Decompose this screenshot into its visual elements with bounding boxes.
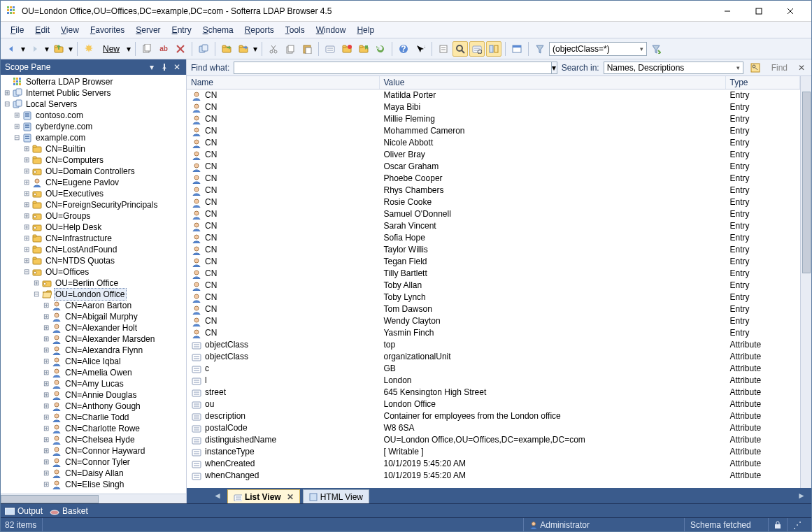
menu-schema[interactable]: Schema: [197, 24, 239, 36]
forward-button[interactable]: [27, 41, 43, 57]
seek-button[interactable]: [436, 41, 451, 57]
close-button[interactable]: [774, 1, 806, 21]
list-row[interactable]: CNOscar GrahamEntry: [187, 161, 800, 173]
list-row[interactable]: CNSamuel O'DonnellEntry: [187, 208, 800, 220]
list-row[interactable]: lLondonAttribute: [187, 375, 800, 387]
new-button[interactable]: New: [98, 41, 124, 57]
list-row[interactable]: CNYasmin FinchEntry: [187, 327, 800, 339]
list-row[interactable]: CNTegan FieldEntry: [187, 256, 800, 268]
basket-panel-button[interactable]: Basket: [50, 506, 88, 516]
list-row[interactable]: descriptionContainer for employees from …: [187, 410, 800, 422]
help-button[interactable]: ?: [396, 41, 411, 57]
col-value[interactable]: Value: [379, 76, 725, 89]
filter-combo[interactable]: (objectClass=*): [549, 42, 647, 56]
minimize-button[interactable]: [711, 1, 743, 21]
tree-node[interactable]: ⊞CN=Connor Tyler: [2, 456, 185, 468]
tree-node[interactable]: ⊞CN=Charlie Todd: [2, 412, 185, 423]
filter-abc-button[interactable]: ab: [156, 41, 171, 57]
expander-icon[interactable]: ⊞: [41, 378, 51, 389]
expander-icon[interactable]: ⊞: [41, 412, 51, 423]
list-row[interactable]: CNMohammed CameronEntry: [187, 125, 800, 137]
expander-icon[interactable]: ⊞: [31, 278, 41, 289]
expander-icon[interactable]: ⊞: [41, 479, 51, 490]
expander-icon[interactable]: ⊞: [41, 345, 51, 356]
tree-node[interactable]: ⊟example.com: [2, 132, 185, 143]
list-row[interactable]: CNMaya BibiEntry: [187, 101, 800, 113]
expander-icon[interactable]: ⊞: [41, 300, 51, 311]
list-view[interactable]: Name Value Type CNMatilda PorterEntryCNM…: [187, 76, 800, 488]
expander-icon[interactable]: ⊞: [22, 154, 31, 166]
list-row[interactable]: whenCreated10/1/2019 5:45:20 AMAttribute: [187, 458, 800, 470]
paste-button[interactable]: [299, 41, 315, 57]
tree-node[interactable]: ⊞CN=Infrastructure: [2, 233, 185, 244]
tree-node[interactable]: ⊟OU=Offices: [2, 266, 185, 278]
expander-icon[interactable]: ⊞: [41, 311, 51, 322]
expander-icon[interactable]: ⊞: [22, 199, 31, 210]
expander-icon[interactable]: ⊞: [41, 367, 51, 378]
tree-node[interactable]: ⊞CN=Amelia Owen: [2, 367, 185, 378]
expander-icon[interactable]: ⊞: [41, 322, 51, 333]
dropdown-icon[interactable]: ▾: [147, 62, 157, 72]
expander-icon[interactable]: ⊞: [22, 143, 31, 154]
list-row[interactable]: CNToby LynchEntry: [187, 292, 800, 303]
list-row[interactable]: cGBAttribute: [187, 363, 800, 375]
new-icon[interactable]: [81, 41, 97, 57]
resize-grip[interactable]: ⋰: [787, 518, 807, 531]
list-row[interactable]: CNOliver BrayEntry: [187, 149, 800, 161]
copy-entry-button[interactable]: [139, 41, 155, 57]
tree-node[interactable]: ⊞CN=Elise Singh: [2, 479, 185, 490]
tree-node[interactable]: ⊞CN=Daisy Allan: [2, 468, 185, 479]
refresh-button[interactable]: [373, 41, 388, 57]
menu-view[interactable]: View: [55, 24, 85, 36]
expander-icon[interactable]: ⊞: [22, 222, 31, 233]
tree-node[interactable]: ⊞OU=Executives: [2, 188, 185, 199]
tree-node[interactable]: ⊞CN=Chelsea Hyde: [2, 434, 185, 445]
tree[interactable]: Softerra LDAP Browser⊞Internet Public Se…: [1, 75, 186, 494]
refresh-folder-button[interactable]: [339, 41, 355, 57]
expander-icon[interactable]: ⊞: [41, 434, 51, 445]
list-row[interactable]: CNSofia HopeEntry: [187, 232, 800, 244]
expander-icon[interactable]: ⊞: [41, 356, 51, 367]
tree-hscroll[interactable]: [1, 494, 186, 503]
menu-edit[interactable]: Edit: [29, 24, 55, 36]
tree-node[interactable]: ⊞CN=Alexander Marsden: [2, 333, 185, 345]
tab-scroll-right[interactable]: ►: [792, 491, 811, 501]
tree-node[interactable]: ⊞contoso.com: [2, 110, 185, 121]
up-button[interactable]: [51, 41, 66, 57]
list-row[interactable]: street645 Kensington High StreetAttribut…: [187, 387, 800, 398]
find-input[interactable]: [234, 62, 551, 74]
list-row[interactable]: CNMatilda PorterEntry: [187, 89, 800, 101]
whatsthis-button[interactable]: ?: [413, 41, 428, 57]
findbar-close-icon[interactable]: ✕: [796, 63, 807, 73]
import-button[interactable]: [236, 41, 251, 57]
tree-node[interactable]: ⊞CN=Connor Hayward: [2, 445, 185, 456]
list-row[interactable]: CNToby AllanEntry: [187, 280, 800, 292]
tab-list-view[interactable]: List View✕: [227, 489, 300, 503]
tree-node[interactable]: ⊞cyberdyne.com: [2, 121, 185, 132]
list-row[interactable]: CNTom DawsonEntry: [187, 303, 800, 315]
expander-icon[interactable]: ⊞: [22, 177, 31, 188]
menu-file[interactable]: File: [5, 24, 29, 36]
menu-help[interactable]: Help: [351, 24, 380, 36]
expander-icon[interactable]: ⊟: [12, 132, 22, 143]
list-row[interactable]: instanceType[ Writable ]Attribute: [187, 446, 800, 458]
tab-close-icon[interactable]: ✕: [287, 492, 294, 502]
expander-icon[interactable]: ⊞: [12, 110, 22, 121]
tree-node[interactable]: ⊞CN=Aaron Barton: [2, 300, 185, 311]
list-row[interactable]: CNPhoebe CooperEntry: [187, 173, 800, 185]
list-row[interactable]: CNTaylor WillisEntry: [187, 244, 800, 256]
tree-node[interactable]: ⊞CN=Alexandra Flynn: [2, 345, 185, 356]
filter-go-button[interactable]: [648, 41, 664, 57]
expander-icon[interactable]: ⊞: [41, 389, 51, 401]
copy-button[interactable]: [283, 41, 298, 57]
expander-icon[interactable]: ⊞: [41, 423, 51, 434]
tree-node[interactable]: ⊞CN=Eugene Pavlov: [2, 177, 185, 188]
tree-node[interactable]: ⊞CN=Charlotte Rowe: [2, 423, 185, 434]
tree-node[interactable]: ⊞OU=Berlin Office: [2, 278, 185, 289]
output-panel-button[interactable]: Output: [5, 506, 43, 516]
list-row[interactable]: CNRosie CookeEntry: [187, 196, 800, 208]
back-button[interactable]: [3, 41, 19, 57]
tree-node[interactable]: ⊞OU=Groups: [2, 210, 185, 222]
searchin-combo[interactable]: Names, Descriptions: [604, 62, 743, 74]
menu-reports[interactable]: Reports: [239, 24, 280, 36]
